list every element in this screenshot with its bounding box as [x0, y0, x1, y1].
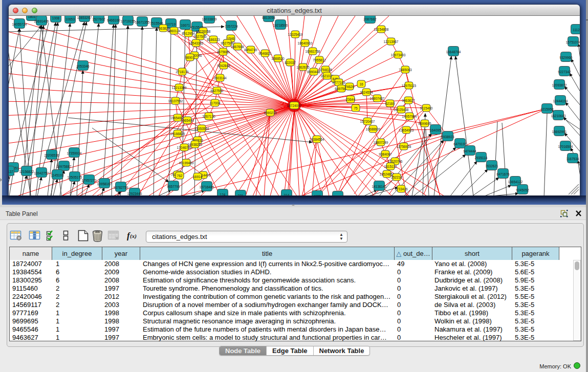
svg-text:10958167: 10958167: [97, 182, 112, 186]
svg-text:5938923: 5938923: [441, 135, 454, 139]
svg-text:15720407: 15720407: [360, 120, 375, 123]
svg-text:10973493: 10973493: [391, 53, 406, 57]
svg-text:16107552: 16107552: [168, 99, 183, 103]
svg-text:164095: 164095: [430, 128, 441, 132]
svg-text:762: 762: [177, 174, 183, 178]
svg-text:7485063: 7485063: [399, 68, 412, 72]
svg-text:8471676: 8471676: [496, 172, 510, 176]
svg-text:9227342: 9227342: [558, 70, 571, 74]
svg-text:8990448: 8990448: [307, 70, 320, 74]
svg-text:20206536: 20206536: [45, 154, 59, 157]
svg-text:16671355: 16671355: [135, 20, 150, 24]
svg-text:1803: 1803: [28, 16, 36, 18]
svg-text:13325419: 13325419: [288, 33, 303, 36]
svg-text:12156822: 12156822: [19, 170, 34, 173]
svg-text:6479197: 6479197: [453, 142, 467, 146]
svg-text:19166825: 19166825: [170, 132, 185, 136]
svg-text:1008: 1008: [52, 16, 60, 20]
svg-text:4155: 4155: [314, 194, 321, 195]
svg-text:16: 16: [359, 82, 363, 86]
svg-text:7632621: 7632621: [485, 164, 498, 168]
svg-text:12505175: 12505175: [68, 176, 82, 179]
svg-text:1733426: 1733426: [395, 187, 408, 191]
svg-text:12213369: 12213369: [172, 86, 187, 90]
svg-text:75: 75: [354, 106, 358, 110]
svg-text:331: 331: [238, 194, 244, 195]
svg-text:9527508: 9527508: [221, 41, 234, 45]
svg-text:1167534: 1167534: [567, 157, 579, 161]
svg-text:16210643: 16210643: [551, 114, 566, 118]
svg-text:10654122: 10654122: [508, 180, 523, 184]
svg-text:822037: 822037: [285, 61, 296, 64]
svg-text:1112: 1112: [573, 28, 580, 32]
svg-text:1362635: 1362635: [296, 65, 310, 69]
svg-text:2087682: 2087682: [363, 17, 377, 21]
svg-text:214: 214: [284, 193, 290, 195]
svg-text:9657791: 9657791: [167, 185, 180, 188]
svg-text:20691406: 20691406: [34, 19, 49, 23]
svg-text:17016504: 17016504: [558, 145, 573, 148]
svg-text:10719155: 10719155: [121, 19, 136, 23]
svg-text:14957984: 14957984: [402, 115, 417, 118]
svg-text:2603144: 2603144: [213, 76, 227, 80]
svg-text:9474444: 9474444: [463, 149, 476, 153]
svg-text:1145191: 1145191: [51, 173, 64, 177]
svg-text:10025438: 10025438: [394, 108, 409, 112]
svg-text:16782759: 16782759: [114, 186, 128, 189]
svg-text:9384067: 9384067: [379, 152, 392, 156]
svg-text:9242848: 9242848: [217, 64, 230, 68]
svg-text:12444194: 12444194: [553, 99, 568, 103]
svg-text:252214: 252214: [391, 176, 402, 179]
svg-text:98901: 98901: [185, 56, 194, 59]
svg-text:1588520: 1588520: [271, 57, 285, 60]
svg-text:19218506: 19218506: [273, 24, 288, 27]
svg-text:10653: 10653: [66, 17, 75, 21]
svg-text:9115460: 9115460: [420, 106, 433, 110]
svg-text:17046786: 17046786: [177, 146, 192, 149]
svg-text:18640910: 18640910: [298, 41, 313, 45]
svg-text:(x): (x): [130, 233, 137, 239]
svg-text:1615112: 1615112: [384, 165, 397, 168]
svg-text:9527505: 9527505: [193, 35, 207, 38]
svg-text:3624554: 3624554: [360, 91, 373, 94]
svg-text:1527602: 1527602: [92, 17, 105, 21]
svg-text:2935114: 2935114: [475, 156, 488, 160]
svg-text:15226058: 15226058: [196, 30, 211, 33]
svg-text:8860124: 8860124: [167, 29, 181, 33]
svg-text:9245052: 9245052: [516, 188, 529, 192]
svg-text:16543382: 16543382: [189, 41, 204, 45]
svg-text:15751074: 15751074: [566, 40, 580, 44]
svg-text:13756928: 13756928: [397, 145, 411, 148]
svg-text:8454749: 8454749: [244, 48, 257, 52]
svg-text:117004: 117004: [209, 101, 221, 105]
svg-text:62160: 62160: [385, 102, 395, 105]
svg-text:15692991: 15692991: [552, 130, 567, 134]
svg-text:10807487: 10807487: [370, 97, 385, 100]
svg-text:9329966: 9329966: [559, 56, 573, 59]
svg-text:9699695: 9699695: [418, 122, 431, 125]
svg-text:3215958: 3215958: [540, 107, 554, 111]
svg-text:13353594: 13353594: [194, 127, 209, 130]
svg-text:124: 124: [220, 193, 226, 195]
svg-text:10719: 10719: [166, 23, 176, 26]
svg-text:16033809: 16033809: [202, 17, 217, 21]
svg-text:13942757: 13942757: [34, 171, 49, 175]
svg-text:10320746: 10320746: [388, 160, 403, 163]
svg-text:16914: 16914: [193, 175, 202, 179]
svg-text:12923446: 12923446: [127, 192, 142, 195]
svg-text:16671: 16671: [181, 24, 190, 27]
svg-text:2718176: 2718176: [176, 70, 189, 74]
svg-text:2590215: 2590215: [264, 111, 277, 115]
svg-text:14055724: 14055724: [12, 23, 27, 26]
svg-text:15716485: 15716485: [200, 185, 214, 189]
svg-text:23644: 23644: [346, 98, 355, 101]
svg-text:16154808: 16154808: [374, 28, 389, 31]
svg-text:9463627: 9463627: [402, 99, 415, 102]
svg-text:12093872: 12093872: [552, 83, 567, 87]
svg-text:40199489: 40199489: [179, 161, 194, 165]
svg-text:8813054: 8813054: [262, 16, 275, 19]
svg-text:16961758: 16961758: [306, 50, 320, 53]
svg-text:9646821: 9646821: [258, 52, 272, 55]
svg-text:16648784: 16648784: [446, 50, 461, 54]
svg-text:10853267: 10853267: [77, 16, 92, 19]
